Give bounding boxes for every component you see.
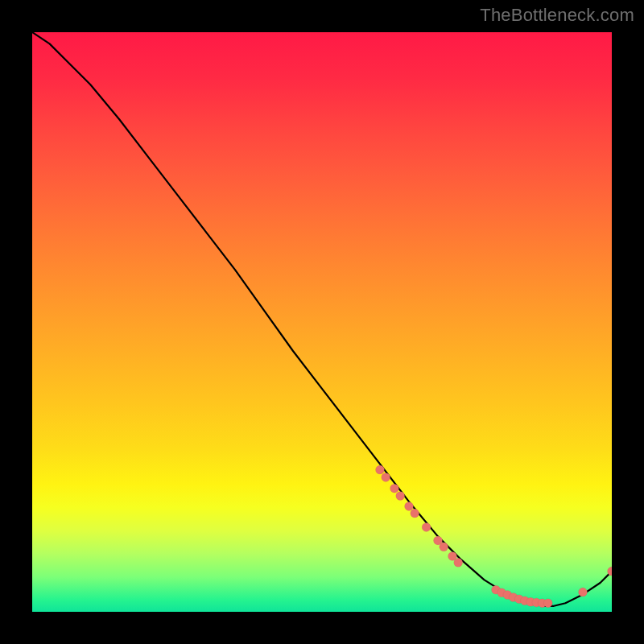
data-marker — [422, 522, 431, 531]
data-marker — [579, 588, 588, 597]
data-marker — [440, 543, 448, 551]
watermark-text: TheBottleneck.com — [480, 5, 634, 26]
data-markers-group — [376, 465, 613, 608]
data-marker — [396, 492, 405, 501]
chart-stage: TheBottleneck.com — [0, 0, 644, 644]
data-marker — [454, 558, 463, 567]
data-marker — [411, 509, 419, 518]
data-marker — [543, 599, 552, 608]
data-marker — [376, 465, 385, 474]
plot-area — [32, 32, 612, 612]
data-marker — [405, 502, 414, 510]
data-marker — [390, 484, 399, 493]
trend-curve — [32, 32, 612, 606]
data-marker — [382, 473, 390, 481]
chart-overlay — [32, 32, 612, 612]
